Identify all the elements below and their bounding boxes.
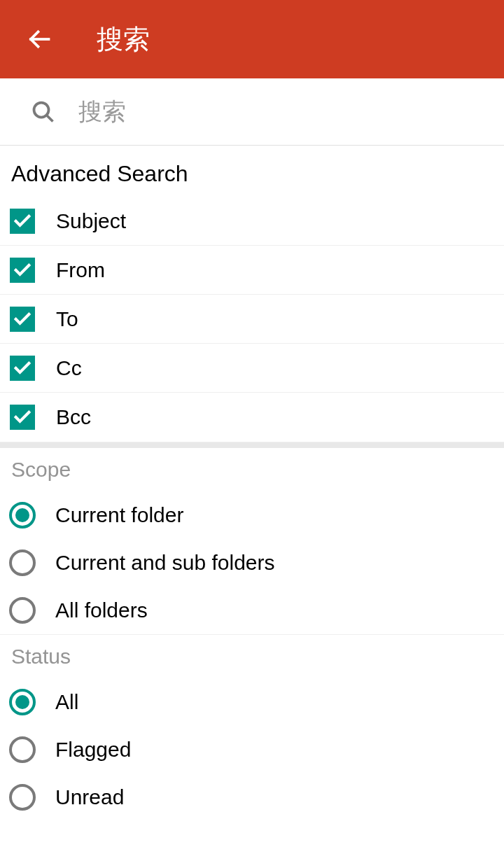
checkbox-subject[interactable] [10, 209, 35, 234]
check-icon [13, 211, 32, 231]
radio-label-status-unread: Unread [55, 785, 124, 809]
app-header: 搜索 [0, 0, 504, 78]
search-icon [31, 99, 56, 125]
checkbox-row-bcc[interactable]: Bcc [0, 393, 504, 442]
check-icon [13, 358, 32, 378]
radio-label-current-sub-folders: Current and sub folders [55, 551, 275, 575]
page-title: 搜索 [97, 22, 150, 57]
radio-label-all-folders: All folders [55, 598, 148, 622]
advanced-fields-section: Subject From To Cc Bcc [0, 197, 504, 442]
search-input[interactable] [78, 78, 504, 145]
check-icon [13, 407, 32, 427]
radio-current-folder[interactable] [9, 502, 36, 528]
radio-row-status-all[interactable]: All [0, 678, 504, 726]
back-arrow-icon [27, 27, 52, 52]
checkbox-label-to: To [56, 307, 78, 331]
section-divider [0, 442, 504, 448]
checkbox-to[interactable] [10, 307, 35, 332]
radio-current-sub-folders[interactable] [9, 550, 36, 576]
search-bar [0, 78, 504, 146]
check-icon [13, 260, 32, 280]
radio-row-current-folder[interactable]: Current folder [0, 491, 504, 539]
svg-point-1 [34, 102, 49, 117]
checkbox-bcc[interactable] [10, 405, 35, 430]
check-icon [13, 309, 32, 329]
radio-status-flagged[interactable] [9, 736, 36, 763]
checkbox-cc[interactable] [10, 356, 35, 381]
status-title: Status [0, 635, 504, 678]
radio-row-current-sub-folders[interactable]: Current and sub folders [0, 539, 504, 587]
radio-status-all[interactable] [9, 689, 36, 715]
scope-title: Scope [0, 448, 504, 491]
radio-label-status-all: All [55, 690, 78, 714]
radio-row-status-flagged[interactable]: Flagged [0, 726, 504, 774]
radio-all-folders[interactable] [9, 597, 36, 624]
checkbox-row-from[interactable]: From [0, 246, 504, 295]
checkbox-from[interactable] [10, 258, 35, 283]
advanced-search-title: Advanced Search [0, 146, 504, 197]
checkbox-label-subject: Subject [56, 209, 126, 233]
svg-line-2 [47, 115, 53, 121]
radio-label-current-folder: Current folder [55, 503, 183, 527]
checkbox-row-subject[interactable]: Subject [0, 197, 504, 246]
radio-label-status-flagged: Flagged [55, 738, 131, 762]
radio-row-status-unread[interactable]: Unread [0, 774, 504, 821]
checkbox-label-cc: Cc [56, 356, 82, 380]
back-button[interactable] [22, 22, 56, 56]
checkbox-row-cc[interactable]: Cc [0, 344, 504, 393]
status-section: Status All Flagged Unread [0, 635, 504, 821]
checkbox-label-bcc: Bcc [56, 405, 91, 429]
checkbox-label-from: From [56, 258, 105, 282]
radio-status-unread[interactable] [9, 784, 36, 811]
radio-row-all-folders[interactable]: All folders [0, 587, 504, 634]
checkbox-row-to[interactable]: To [0, 295, 504, 344]
scope-section: Scope Current folder Current and sub fol… [0, 448, 504, 635]
